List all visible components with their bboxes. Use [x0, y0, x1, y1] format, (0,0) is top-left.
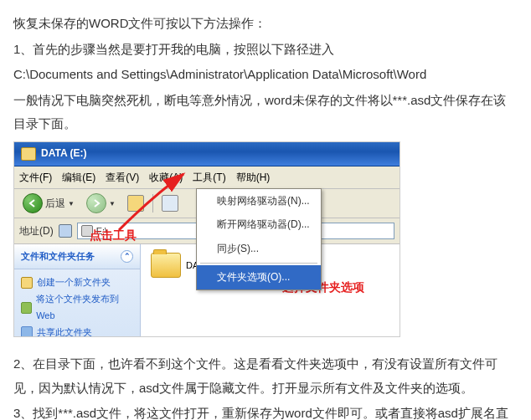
tasks-header[interactable]: 文件和文件夹任务 ⌃ [14, 244, 140, 269]
forward-button[interactable]: ▼ [83, 192, 119, 215]
para-intro: 恢复未保存的WORD文件可按以下方法操作： [13, 12, 518, 36]
back-label: 后退 [45, 194, 65, 213]
dropdown-label: 文件夹选项(O)... [217, 268, 290, 287]
menubar: 文件(F) 编辑(E) 查看(V) 收藏(A) 工具(T) 帮助(H) [14, 166, 400, 190]
para-step3: 3、找到***.asd文件，将这文件打开，重新保存为word文件即可。或者直接将… [13, 402, 518, 420]
publish-icon [21, 302, 32, 314]
up-button[interactable] [124, 193, 147, 213]
dropdown-item-disconnect[interactable]: 断开网络驱动器(D)... [197, 213, 321, 237]
window-titlebar: DATA (E:) [14, 142, 400, 166]
tools-dropdown: 映射网络驱动器(N)... 断开网络驱动器(D)... 同步(S)... 文件夹… [196, 188, 322, 290]
dropdown-label: 同步(S)... [217, 239, 259, 259]
search-button[interactable] [158, 193, 182, 213]
task-label: 共享此文件夹 [37, 325, 92, 337]
para-step2: 2、在目录下面，也许看不到这个文件。这是看看文件夹选项中，有没有设置所有文件可见… [13, 352, 518, 400]
task-label: 将这个文件夹发布到 Web [36, 291, 133, 325]
dropdown-item-sync[interactable]: 同步(S)... [197, 237, 321, 261]
menu-view[interactable]: 查看(V) [106, 168, 139, 187]
dropdown-label: 映射网络驱动器(N)... [217, 192, 310, 211]
tasks-panel: 文件和文件夹任务 ⌃ 创建一个新文件夹 将这个文件夹发布到 Web 共享此文件夹 [14, 244, 141, 336]
menu-favorites[interactable]: 收藏(A) [149, 168, 183, 187]
collapse-icon: ⌃ [121, 250, 133, 263]
task-publish[interactable]: 将这个文件夹发布到 Web [21, 291, 133, 325]
menu-help[interactable]: 帮助(H) [236, 168, 271, 187]
chevron-down-icon: ▼ [109, 197, 116, 210]
chevron-down-icon: ▼ [68, 197, 75, 210]
task-new-folder[interactable]: 创建一个新文件夹 [21, 274, 133, 291]
back-arrow-icon [23, 193, 43, 213]
menu-file[interactable]: 文件(F) [19, 168, 52, 187]
para-step1: 1、首先的步骤当然是要打开我的电脑，按照以下路径进入 [13, 38, 518, 62]
back-button[interactable]: 后退 ▼ [19, 192, 78, 215]
dropdown-label: 断开网络驱动器(D)... [217, 215, 310, 234]
para-path: C:\Documents and Settings\Administrator\… [13, 63, 518, 87]
menu-tools[interactable]: 工具(T) [193, 168, 225, 187]
dropdown-item-folder-options[interactable]: 文件夹选项(O)... [197, 265, 321, 289]
window-title: DATA (E:) [41, 144, 86, 163]
tasks-header-label: 文件和文件夹任务 [21, 248, 95, 265]
new-folder-icon [21, 277, 33, 289]
up-folder-icon [127, 195, 144, 212]
share-icon [21, 326, 33, 336]
folder-icon [151, 253, 181, 278]
task-share[interactable]: 共享此文件夹 [21, 325, 133, 337]
explorer-screenshot: DATA (E:) 文件(F) 编辑(E) 查看(V) 收藏(A) 工具(T) … [13, 141, 400, 338]
address-label: 地址(D) [19, 222, 54, 241]
folder-icon [21, 147, 36, 161]
forward-arrow-icon [86, 193, 106, 213]
search-icon [162, 195, 178, 212]
task-label: 创建一个新文件夹 [37, 274, 111, 291]
dropdown-item-map-drive[interactable]: 映射网络驱动器(N)... [197, 189, 321, 213]
menu-edit[interactable]: 编辑(E) [62, 168, 95, 187]
dropdown-separator [200, 263, 317, 264]
para-explain1: 一般情况下电脑突然死机，断电等意外情况，word未保存的文件将以***.asd文… [13, 89, 518, 136]
address-icon [59, 224, 72, 238]
annotation-click-tools: 点击工具 [90, 224, 137, 247]
